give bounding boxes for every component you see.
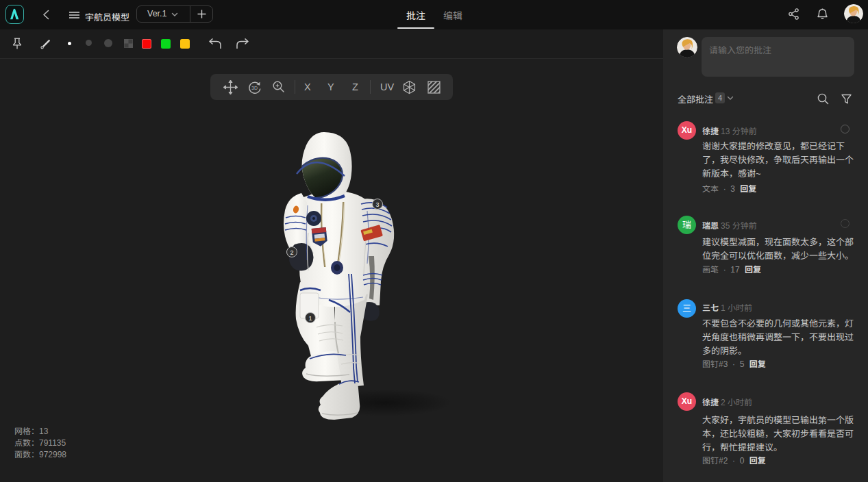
svg-text:3D: 3D [251,86,258,90]
